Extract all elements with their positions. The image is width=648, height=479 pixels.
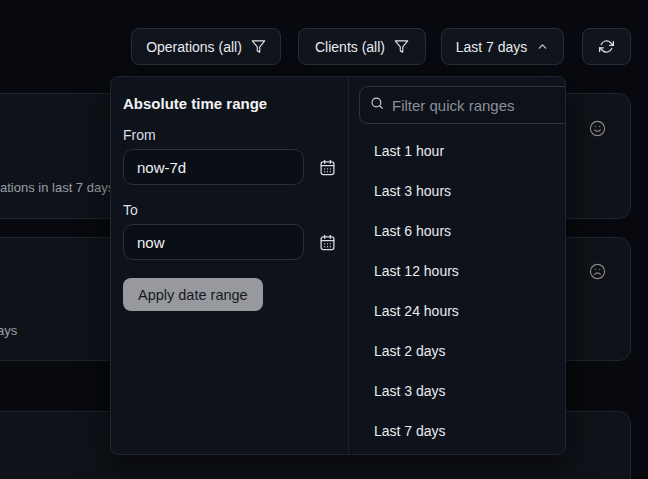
apply-date-range-button[interactable]: Apply date range — [123, 278, 263, 311]
quick-ranges-list: Last 1 hour Last 3 hours Last 6 hours La… — [359, 131, 566, 451]
refresh-button[interactable] — [582, 28, 631, 65]
filter-icon — [251, 39, 266, 54]
from-label: From — [123, 128, 336, 142]
quick-range-option-last-24-hours[interactable]: Last 24 hours — [359, 291, 566, 331]
frown-icon — [589, 263, 606, 280]
quick-range-option-last-3-hours[interactable]: Last 3 hours — [359, 171, 566, 211]
operations-filter-button[interactable]: Operations (all) — [131, 28, 281, 65]
chevron-up-icon — [536, 40, 549, 53]
smile-icon — [589, 120, 606, 137]
from-calendar-button[interactable] — [319, 159, 336, 176]
to-calendar-button[interactable] — [319, 234, 336, 251]
quick-ranges-search — [359, 86, 566, 124]
quick-ranges-filter-input[interactable] — [392, 97, 566, 114]
filter-icon — [394, 39, 409, 54]
background-card-middle-caption: ays — [0, 323, 17, 338]
to-field-row — [123, 224, 336, 260]
quick-ranges-section: Last 1 hour Last 3 hours Last 6 hours La… — [349, 77, 566, 454]
time-range-label: Last 7 days — [456, 39, 528, 55]
from-input[interactable] — [123, 149, 304, 185]
quick-range-option-last-12-hours[interactable]: Last 12 hours — [359, 251, 566, 291]
clients-filter-button[interactable]: Clients (all) — [298, 28, 426, 65]
time-range-picker-panel: Absolute time range From — [110, 76, 566, 455]
app-root: ations in last 7 days ays Operations (al… — [0, 0, 648, 479]
quick-range-option-last-1-hour[interactable]: Last 1 hour — [359, 131, 566, 171]
quick-range-option-last-6-hours[interactable]: Last 6 hours — [359, 211, 566, 251]
clients-filter-label: Clients (all) — [315, 39, 385, 55]
calendar-icon — [319, 234, 336, 251]
quick-range-option-last-2-days[interactable]: Last 2 days — [359, 331, 566, 371]
search-icon — [370, 96, 384, 114]
to-input[interactable] — [123, 224, 304, 260]
to-label: To — [123, 203, 336, 217]
operations-filter-label: Operations (all) — [146, 39, 242, 55]
time-range-button[interactable]: Last 7 days — [441, 28, 564, 65]
absolute-time-range-section: Absolute time range From — [111, 77, 349, 454]
from-field-row — [123, 149, 336, 185]
refresh-icon — [599, 39, 614, 54]
quick-range-option-last-7-days[interactable]: Last 7 days — [359, 411, 566, 451]
quick-range-option-last-3-days[interactable]: Last 3 days — [359, 371, 566, 411]
calendar-icon — [319, 159, 336, 176]
background-card-top-caption: ations in last 7 days — [0, 180, 114, 195]
absolute-time-range-title: Absolute time range — [123, 95, 336, 113]
